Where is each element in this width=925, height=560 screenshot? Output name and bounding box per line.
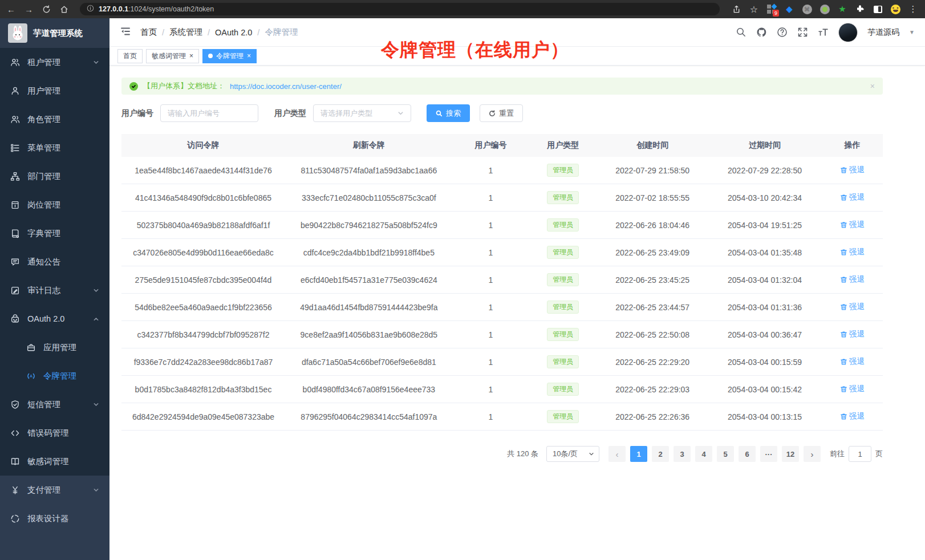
force-logout-button[interactable]: 强退	[840, 192, 865, 202]
recorder-extension-icon[interactable]	[819, 4, 830, 14]
sidebar-item-tenant[interactable]: 租户管理	[0, 48, 109, 76]
side-panel-icon[interactable]	[873, 4, 883, 14]
site-info-icon[interactable]	[87, 5, 94, 14]
user-id-cell: 1	[453, 275, 529, 285]
puzzle-extensions-icon[interactable]	[855, 4, 865, 14]
forward-icon[interactable]: →	[25, 5, 33, 14]
page-list: ‹ 123456···12›	[608, 446, 821, 462]
view-tab[interactable]: 首页	[117, 49, 143, 63]
table-row: 275e5de9151045fe87cbdc395e004f4de6cfd40e…	[121, 266, 883, 294]
address-bar[interactable]: 127.0.0.1:1024/system/oauth2/token	[80, 3, 720, 15]
page-button-5[interactable]: 5	[717, 446, 734, 462]
sidebar-item-dept[interactable]: 部门管理	[0, 162, 109, 190]
sidebar-item-menu[interactable]: 菜单管理	[0, 133, 109, 162]
force-logout-button[interactable]: 强退	[840, 247, 865, 257]
sidebar-item-oauth2-app[interactable]: 应用管理	[0, 333, 109, 362]
sidebar-item-notice[interactable]: 通知公告	[0, 247, 109, 276]
close-icon[interactable]: ×	[870, 82, 875, 91]
trash-icon	[840, 276, 847, 283]
alert-doc-link[interactable]: https://doc.iocoder.cn/user-center/	[230, 82, 342, 91]
sidebar-item-dict[interactable]: 字典管理	[0, 219, 109, 247]
chevron-down-icon[interactable]: ▼	[909, 29, 915, 35]
page-more-button[interactable]: ···	[760, 446, 777, 462]
page-button-2[interactable]: 2	[652, 446, 669, 462]
page-button-4[interactable]: 4	[695, 446, 712, 462]
user-id-cell: 1	[453, 303, 529, 312]
sidebar-item-oauth2-token[interactable]: A令牌管理	[0, 362, 109, 390]
extension-grid-icon[interactable]: 9	[766, 4, 777, 14]
font-size-icon[interactable]	[818, 27, 829, 38]
fullscreen-icon[interactable]	[797, 27, 808, 38]
reset-button[interactable]: 重置	[480, 104, 523, 122]
help-icon[interactable]	[777, 27, 788, 38]
home-icon[interactable]	[60, 5, 68, 14]
search-icon[interactable]	[736, 27, 747, 38]
force-logout-button[interactable]: 强退	[840, 356, 865, 367]
page-button-6[interactable]: 6	[739, 446, 756, 462]
sidebar-item-sensitive-word[interactable]: 敏感词管理	[0, 447, 109, 476]
search-button[interactable]: 搜索	[427, 104, 470, 122]
table-row: c347026e805e4d99b0d116eae66eda8ccdfc4ce9…	[121, 239, 883, 266]
goto-page-input[interactable]: 1	[849, 446, 871, 462]
next-page-button[interactable]: ›	[804, 446, 821, 462]
user-type-badge: 管理员	[547, 355, 579, 368]
star-extension-icon[interactable]: ★	[837, 4, 847, 14]
user-type-badge: 管理员	[547, 301, 579, 313]
breadcrumb-system[interactable]: 系统管理	[169, 27, 202, 38]
back-icon[interactable]: ←	[7, 5, 15, 14]
sidebar-item-role[interactable]: 角色管理	[0, 105, 109, 133]
browser-menu-icon[interactable]: ⋮	[908, 4, 918, 14]
reload-icon[interactable]	[42, 5, 51, 14]
column-header: 用户类型	[529, 140, 597, 151]
page-button-3[interactable]: 3	[674, 446, 691, 462]
command-extension-icon[interactable]: ⌘	[802, 4, 812, 14]
force-logout-button[interactable]: 强退	[840, 274, 865, 285]
profile-emoji-icon[interactable]	[890, 4, 900, 14]
view-tab[interactable]: 敏感词管理×	[146, 49, 199, 63]
page-button-12[interactable]: 12	[782, 446, 799, 462]
github-icon[interactable]	[756, 27, 767, 38]
force-logout-button[interactable]: 强退	[840, 384, 865, 394]
view-tab[interactable]: 令牌管理×	[202, 49, 257, 63]
robot-icon	[10, 314, 20, 324]
force-logout-button[interactable]: 强退	[840, 302, 865, 312]
user-icon	[10, 86, 20, 96]
refresh-token-cell: be90422b8c7946218275a508bf524fc9	[285, 221, 453, 230]
chevron-up-icon	[93, 316, 99, 322]
page-button-1[interactable]: 1	[630, 446, 647, 462]
breadcrumb-home[interactable]: 首页	[140, 27, 157, 38]
expires-at-cell: 2054-03-04 00:36:47	[708, 330, 822, 339]
close-icon[interactable]: ×	[247, 52, 251, 59]
open-book-icon	[10, 457, 20, 466]
force-logout-button[interactable]: 强退	[840, 220, 865, 230]
sidebar: 芋道管理系统 租户管理用户管理角色管理菜单管理部门管理岗位管理字典管理通知公告审…	[0, 18, 109, 560]
gem-extension-icon[interactable]: ◆	[784, 4, 794, 14]
force-logout-button[interactable]: 强退	[840, 329, 865, 339]
breadcrumb-oauth[interactable]: OAuth 2.0	[215, 28, 252, 37]
user-avatar[interactable]	[838, 23, 858, 42]
force-logout-button[interactable]: 强退	[840, 411, 865, 421]
user-type-select[interactable]: 请选择用户类型	[313, 104, 411, 122]
username[interactable]: 芋道源码	[867, 27, 899, 38]
created-at-cell: 2022-07-02 18:55:55	[597, 193, 708, 202]
sidebar-item-oauth2[interactable]: OAuth 2.0	[0, 305, 109, 333]
sidebar-item-audit-log[interactable]: 审计日志	[0, 276, 109, 305]
sidebar-item-pay[interactable]: 支付管理	[0, 476, 109, 504]
sidebar-item-user[interactable]: 用户管理	[0, 76, 109, 105]
close-icon[interactable]: ×	[189, 52, 193, 59]
force-logout-button[interactable]: 强退	[840, 165, 865, 175]
sidebar-item-post[interactable]: 岗位管理	[0, 190, 109, 219]
table-row: 1ea5e44f8bc1467aaede43144f31de76811c5304…	[121, 157, 883, 184]
prev-page-button[interactable]: ‹	[608, 446, 626, 462]
user-type-label: 用户类型	[274, 108, 306, 119]
user-id-input[interactable]: 请输入用户编号	[160, 104, 258, 122]
refresh-token-cell: 811c530487574fa0af1a59d3abc1aa66	[285, 166, 453, 175]
sidebar-item-sms[interactable]: 短信管理	[0, 390, 109, 419]
page-size-select[interactable]: 10条/页	[546, 446, 599, 462]
collapse-sidebar-icon[interactable]	[120, 26, 131, 39]
sidebar-item-report-designer[interactable]: 报表设计器	[0, 504, 109, 533]
share-icon[interactable]	[731, 4, 741, 14]
sidebar-item-error-code[interactable]: 错误码管理	[0, 419, 109, 447]
bookmark-star-icon[interactable]: ☆	[749, 4, 759, 14]
breadcrumb: 首页 / 系统管理 / OAuth 2.0 / 令牌管理	[140, 27, 298, 38]
